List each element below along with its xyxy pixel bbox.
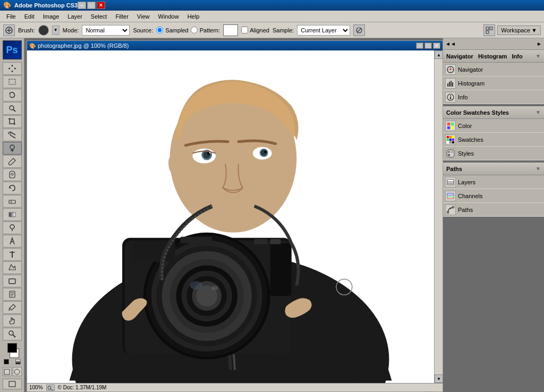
mode-select[interactable]: Normal [82,25,130,36]
tool-clone[interactable] [3,168,22,181]
menu-view[interactable]: View [133,12,154,21]
menu-filter[interactable]: Filter [111,12,132,21]
tool-heal[interactable] [3,142,22,155]
zoom-icon[interactable] [46,385,55,391]
menu-image[interactable]: Image [39,12,64,21]
swap-colors[interactable] [15,359,21,364]
panel-row-histogram[interactable]: Histogram [443,76,544,90]
sample-select[interactable]: Current Layer [297,25,350,36]
brush-dropdown[interactable]: ▼ [52,25,60,35]
ps-logo: Ps [3,40,22,59]
navigator-label: Navigator [458,66,483,73]
panel-row-styles[interactable]: Styles [443,147,544,160]
heal-tool-icon[interactable] [3,24,15,36]
panel-header-nav[interactable]: Navigator Histogram Info ▼ [443,50,544,63]
tool-pathselect[interactable] [3,261,22,274]
scroll-up[interactable]: ▲ [435,50,443,59]
menu-select[interactable]: Select [87,12,112,21]
tool-marquee[interactable] [3,75,22,88]
tool-dodge[interactable] [3,221,22,234]
svg-rect-97 [449,139,452,141]
svg-rect-90 [451,123,454,125]
panel-row-swatches[interactable]: Swatches [443,133,544,147]
panel-row-channels[interactable]: Channels [443,189,544,203]
tool-history[interactable] [3,182,22,194]
svg-rect-105 [448,154,450,156]
default-colors[interactable] [4,359,9,364]
tool-notes[interactable] [3,288,22,301]
workspace-button[interactable]: Workspace ▼ [497,25,541,35]
svg-rect-17 [8,132,11,134]
tool-slice[interactable] [3,129,22,141]
svg-marker-9 [11,71,13,72]
svg-rect-73 [270,239,281,244]
ignore-adj-icon[interactable] [353,24,365,36]
panel-row-navigator[interactable]: Navigator [443,63,544,76]
svg-line-76 [50,389,53,390]
menu-file[interactable]: File [2,12,20,21]
svg-point-25 [10,225,14,229]
panel-header-layers[interactable]: Paths ▼ [443,163,544,175]
tool-hand[interactable] [3,314,22,327]
scroll-down[interactable]: ▼ [435,374,443,383]
doc-maximize[interactable]: □ [424,42,432,49]
svg-rect-83 [449,82,450,87]
menu-window[interactable]: Window [154,12,183,21]
color-collapse: ▼ [536,109,541,115]
tool-zoom[interactable] [3,328,22,340]
toolbox: Ps [0,38,24,392]
menu-help[interactable]: Help [183,12,204,21]
panel-layout-icon[interactable] [483,24,495,36]
maximize-button[interactable]: □ [87,2,96,9]
svg-point-38 [14,369,20,374]
svg-point-21 [11,173,13,175]
paths-label: Paths [458,207,473,213]
tool-brush[interactable] [3,155,22,168]
svg-rect-85 [452,82,453,87]
doc-minimize[interactable]: – [416,42,423,49]
app-title: Adobe Photoshop CS3 [14,2,78,8]
svg-point-115 [450,207,452,209]
tool-shape[interactable] [3,275,22,287]
panel-row-paths[interactable]: Paths [443,203,544,217]
standard-mode[interactable] [3,367,12,376]
doc-status: 100% © Doc: 1.37M/1.19M [27,383,443,391]
tool-eyedropper[interactable] [3,301,22,314]
panel-row-color[interactable]: Color [443,119,544,133]
svg-rect-104 [451,151,453,153]
collapse-left[interactable]: ◄◄ [445,41,456,47]
collapse-right[interactable]: ► [537,41,542,47]
panel-row-layers[interactable]: Layers [443,175,544,189]
screen-mode[interactable] [3,379,22,389]
panel-row-info[interactable]: Info [443,90,544,104]
sampled-radio[interactable] [156,27,163,33]
quick-mask-mode[interactable] [13,367,22,376]
panel-header-color[interactable]: Color Swatches Styles ▼ [443,106,544,119]
tool-lasso[interactable] [3,89,22,101]
menu-edit[interactable]: Edit [20,12,39,21]
tool-pen[interactable] [3,235,22,248]
tool-move[interactable] [3,62,22,75]
tool-gradient[interactable] [3,208,22,221]
svg-rect-82 [447,83,448,87]
svg-point-88 [450,95,451,96]
tool-eraser[interactable] [3,195,22,208]
tool-type[interactable] [3,248,22,261]
foreground-color[interactable] [7,343,17,353]
svg-rect-98 [452,139,454,141]
histogram-icon [445,78,456,89]
aligned-checkbox[interactable] [241,27,248,33]
photo-canvas [27,50,434,383]
close-button[interactable]: ✕ [97,2,105,9]
svg-rect-89 [447,123,450,125]
minimize-button[interactable]: – [78,2,86,9]
doc-close[interactable]: ✕ [433,42,440,49]
svg-rect-84 [450,81,452,87]
svg-marker-10 [8,67,10,70]
tool-crop[interactable] [3,115,22,128]
menu-layer[interactable]: Layer [63,12,87,21]
svg-line-34 [9,308,10,311]
pattern-radio[interactable] [191,27,198,33]
zoom-level: 100% [29,385,43,390]
tool-quickselect[interactable] [3,102,22,115]
